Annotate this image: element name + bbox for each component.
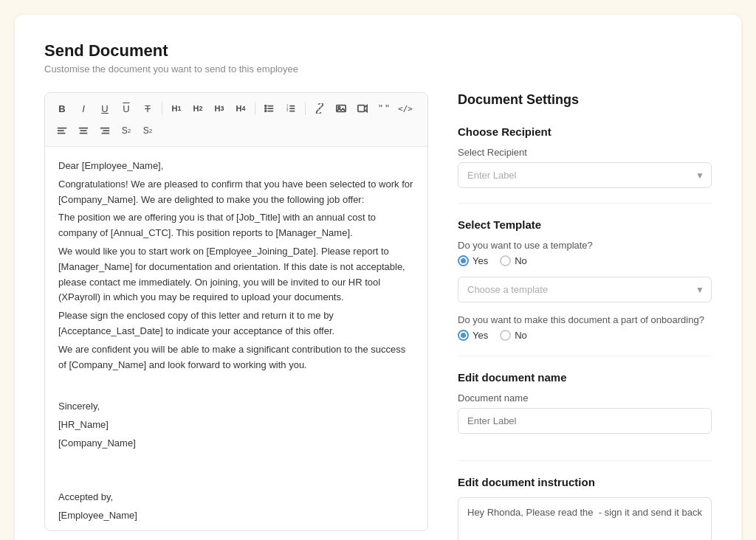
- template-yes-radio[interactable]: [458, 255, 469, 266]
- page-title: Send Document: [44, 41, 712, 60]
- instruction-textarea[interactable]: Hey Rhonda, Please read the - sign it an…: [458, 497, 712, 540]
- recipient-select[interactable]: Enter Label: [458, 162, 712, 188]
- h1-button[interactable]: H1: [167, 99, 186, 118]
- svg-point-3: [265, 105, 267, 107]
- onboarding-question: Do you want to make this document a part…: [458, 314, 712, 325]
- ol-button[interactable]: 123: [281, 99, 300, 118]
- italic-button[interactable]: I: [74, 99, 93, 118]
- image-icon: [336, 103, 346, 114]
- onboarding-yes-radio[interactable]: [458, 330, 469, 341]
- code-button[interactable]: </>: [396, 99, 415, 118]
- bold-button[interactable]: B: [52, 99, 72, 118]
- settings-title: Document Settings: [458, 92, 712, 108]
- ul-icon: [264, 103, 275, 114]
- editor-content[interactable]: Dear [Employee_Name], Congratulations! W…: [45, 147, 427, 530]
- template-radio-group: Yes No: [458, 255, 712, 266]
- video-icon: [357, 103, 368, 114]
- onboarding-yes-label[interactable]: Yes: [458, 330, 488, 341]
- toolbar: B I U U T H1 H2 H3 H4 123: [45, 93, 427, 147]
- recipient-select-wrapper: Enter Label ▼: [458, 162, 712, 188]
- doc-name-input[interactable]: [458, 408, 712, 434]
- divider-2: [458, 356, 712, 356]
- doc-name-label: Document name: [458, 392, 712, 404]
- svg-rect-15: [358, 105, 365, 112]
- ol-icon: 123: [286, 103, 296, 114]
- superscript-button[interactable]: S2: [117, 121, 136, 140]
- select-recipient-label: Select Recipient: [458, 147, 712, 158]
- align-center-button[interactable]: [74, 121, 93, 140]
- page-container: Send Document Customise the document you…: [15, 15, 741, 540]
- underline-button[interactable]: U: [95, 99, 114, 118]
- edit-doc-name-section: Edit document name Document name: [458, 371, 712, 446]
- image-button[interactable]: [331, 99, 351, 118]
- svg-point-4: [265, 108, 267, 109]
- svg-text:3: 3: [286, 108, 289, 112]
- link-button[interactable]: [310, 99, 329, 118]
- settings-panel: Document Settings Choose Recipient Selec…: [458, 92, 712, 540]
- h2-button[interactable]: H2: [188, 99, 207, 118]
- template-no-radio[interactable]: [500, 255, 511, 266]
- editor-panel: B I U U T H1 H2 H3 H4 123: [44, 92, 428, 531]
- onboarding-no-radio[interactable]: [500, 330, 511, 341]
- select-template-title: Select Template: [458, 218, 712, 231]
- divider-3: [458, 460, 712, 461]
- align-right-button[interactable]: [95, 121, 114, 140]
- ul-button[interactable]: [260, 99, 279, 118]
- template-question-1: Do you want to use a template?: [458, 240, 712, 251]
- select-template-section: Select Template Do you want to use a tem…: [458, 218, 712, 341]
- align-center-icon: [78, 125, 89, 136]
- align-left-icon: [57, 125, 67, 136]
- divider-1: [458, 203, 712, 204]
- template-no-text: No: [515, 255, 527, 266]
- align-left-button[interactable]: [52, 121, 72, 140]
- h3-button[interactable]: H3: [210, 99, 229, 118]
- onboarding-yes-text: Yes: [472, 330, 488, 341]
- choose-recipient-title: Choose Recipient: [458, 125, 712, 138]
- template-yes-text: Yes: [472, 255, 488, 266]
- toolbar-sep-3: [305, 102, 306, 115]
- subscript-button[interactable]: S2: [138, 121, 157, 140]
- strikethrough-button[interactable]: T: [138, 99, 157, 118]
- toolbar-sep-2: [255, 102, 255, 115]
- link-icon: [315, 103, 325, 114]
- template-select[interactable]: Choose a template: [458, 277, 712, 302]
- template-yes-label[interactable]: Yes: [458, 255, 488, 266]
- template-select-wrapper: Choose a template ▼: [458, 277, 712, 302]
- toolbar-sep-1: [162, 102, 162, 115]
- choose-recipient-section: Choose Recipient Select Recipient Enter …: [458, 125, 712, 188]
- page-subtitle: Customise the document you want to send …: [44, 63, 712, 75]
- onboarding-no-text: No: [515, 330, 527, 341]
- video-button[interactable]: [353, 99, 372, 118]
- quote-button[interactable]: " ": [374, 99, 394, 118]
- h4-button[interactable]: H4: [231, 99, 250, 118]
- toolbar-row-2: S2 S2: [52, 121, 420, 140]
- svg-point-5: [265, 111, 267, 112]
- onboarding-radio-group: Yes No: [458, 330, 712, 341]
- align-right-icon: [100, 125, 110, 136]
- svg-line-12: [319, 108, 321, 110]
- toolbar-row-1: B I U U T H1 H2 H3 H4 123: [52, 99, 420, 118]
- content-row: B I U U T H1 H2 H3 H4 123: [44, 92, 712, 540]
- onboarding-no-label[interactable]: No: [500, 330, 527, 341]
- edit-instruction-title: Edit document instruction: [458, 476, 712, 488]
- edit-doc-name-title: Edit document name: [458, 371, 712, 384]
- edit-instruction-section: Edit document instruction Hey Rhonda, Pl…: [458, 476, 712, 540]
- template-no-label[interactable]: No: [500, 255, 527, 266]
- overline-button[interactable]: U: [117, 99, 136, 118]
